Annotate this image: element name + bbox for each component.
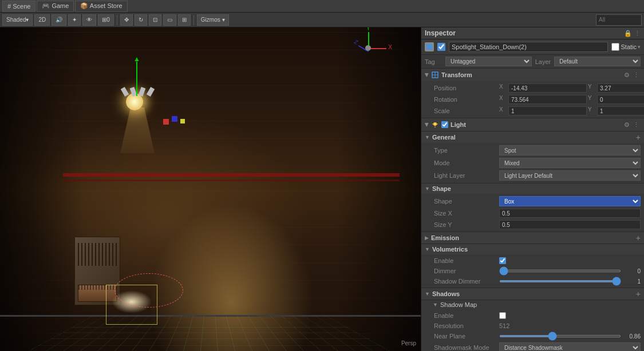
selection-circle [114, 273, 183, 308]
rotation-y-field[interactable] [597, 95, 644, 104]
near-plane-slider[interactable] [499, 335, 621, 337]
scale-x-field[interactable] [508, 106, 587, 115]
shadows-name: Shadows [432, 290, 460, 297]
light-layer-label: Light Layer [425, 172, 499, 179]
rotation-x-field[interactable] [508, 95, 587, 104]
audio-button[interactable]: 🔊 [52, 14, 66, 26]
static-dropdown-arrow[interactable]: ▾ [638, 44, 641, 50]
pos-x-label: X [499, 83, 507, 93]
emission-section-header[interactable]: ▶ Emission + [421, 232, 644, 244]
shadowmask-select[interactable]: Distance Shadowmask [499, 342, 641, 351]
shape-name: Shape [432, 185, 451, 192]
scene-view[interactable]: Persp [0, 27, 421, 351]
position-y-field[interactable] [597, 83, 644, 93]
move-tool[interactable]: ✥ [120, 14, 133, 26]
shading-button[interactable]: Shaded ▾ [2, 14, 33, 26]
shadow-map-name: Shadow Map [440, 301, 477, 308]
static-checkbox[interactable] [611, 43, 619, 51]
toolbar-separator [117, 15, 117, 25]
shadow-dimmer-slider[interactable] [499, 280, 621, 282]
scene-grid [29, 315, 392, 351]
light-layer-row: Light Layer Light Layer Default [425, 169, 641, 182]
general-add-btn[interactable]: + [636, 133, 641, 141]
rotate-tool[interactable]: ↻ [135, 14, 147, 26]
shadows-add-btn[interactable]: + [636, 290, 641, 298]
shadow-map-header[interactable]: ▼ Shadow Map [421, 300, 644, 309]
rot-x-label: X [499, 95, 507, 104]
transform-icon [431, 71, 439, 79]
emission-add-btn[interactable]: + [636, 234, 641, 242]
2d-button[interactable]: 2D [34, 14, 50, 26]
light-name: Light [451, 121, 621, 128]
tag-layer-row: Tag Untagged Layer Default [421, 55, 644, 69]
tab-asset-store[interactable]: 📦 Asset Store [75, 1, 127, 12]
toolbar-separator-2 [193, 15, 194, 25]
lock-icon[interactable]: 🔒 [624, 30, 632, 37]
size-x-row: Size X [425, 208, 641, 219]
effects-button[interactable]: ✦ [68, 14, 81, 26]
near-plane-label: Near Plane [425, 333, 499, 340]
inspector-icons: 🔒 ⋮ [624, 30, 641, 37]
dimmer-val: 0 [623, 268, 641, 274]
light-settings-btn[interactable]: ⚙ [623, 121, 631, 129]
transform-arrow: ▶ [424, 73, 430, 77]
object-name-field[interactable] [449, 42, 608, 52]
shadowmask-label: Shadowmask Mode [425, 344, 499, 351]
shape-arrow: ▼ [425, 186, 430, 192]
type-select[interactable]: Spot [499, 145, 641, 155]
hidden-button[interactable]: 👁 [82, 14, 96, 26]
general-section-header[interactable]: ▼ General + [421, 131, 644, 143]
search-input[interactable] [596, 14, 642, 26]
object-row: Static ▾ [421, 39, 644, 55]
position-x-field[interactable] [508, 83, 587, 93]
object-enabled-checkbox[interactable] [437, 43, 445, 51]
scale-row: Scale X Y Z [425, 105, 641, 117]
shadows-arrow: ▼ [425, 291, 430, 297]
gizmos-button[interactable]: Gizmos ▾ [197, 14, 229, 26]
size-y-field[interactable] [499, 220, 641, 229]
dimmer-slider[interactable] [499, 270, 621, 272]
light-arrow: ▶ [424, 123, 430, 127]
gizmo-x-axis [369, 48, 386, 49]
shape-section-header[interactable]: ▼ Shape [421, 183, 644, 194]
object-icon [425, 42, 434, 51]
mode-select[interactable]: Mixed [499, 158, 641, 168]
transform-tool[interactable]: ⊞ [178, 14, 191, 26]
light-blades [120, 87, 155, 96]
light-more-btn[interactable]: ⋮ [632, 121, 641, 129]
scale-tool[interactable]: ⊡ [149, 14, 161, 26]
cabinet-vent [78, 243, 117, 266]
scene-gizmo [352, 32, 386, 66]
layer-select[interactable]: Default [554, 57, 641, 66]
transform-properties: Position X Y Z Rotation X [421, 81, 644, 118]
vol-enable-row: Enable [425, 256, 641, 266]
rect-tool[interactable]: ▭ [163, 14, 176, 26]
transform-settings-btn[interactable]: ⚙ [623, 71, 631, 79]
scale-button[interactable]: ⊞ 0 [98, 14, 114, 26]
size-x-field[interactable] [499, 209, 641, 218]
tab-game[interactable]: 🎮 Game [37, 1, 74, 12]
volumetrics-enable-checkbox[interactable] [499, 257, 506, 264]
more-icon[interactable]: ⋮ [634, 30, 641, 37]
shadow-map-enable-checkbox[interactable] [499, 312, 506, 319]
tab-scene[interactable]: # Scene [2, 1, 35, 12]
light-header[interactable]: ▶ Light ⚙ ⋮ [421, 118, 644, 131]
scale-x-label: X [499, 106, 507, 115]
shape-select[interactable]: Box [499, 196, 641, 206]
shadows-section-header[interactable]: ▼ Shadows + [421, 288, 644, 300]
resolution-label: Resolution [425, 322, 499, 329]
tag-select[interactable]: Untagged [445, 57, 532, 66]
light-layer-select[interactable]: Light Layer Default [499, 170, 641, 181]
mode-label: Mode [425, 159, 499, 166]
scale-label: Scale [425, 107, 499, 114]
position-row: Position X Y Z [425, 82, 641, 94]
volumetrics-name: Volumetrics [432, 246, 468, 253]
volumetrics-section-header[interactable]: ▼ Volumetrics [421, 244, 644, 254]
scale-y-field[interactable] [597, 106, 644, 115]
transform-more-btn[interactable]: ⋮ [632, 71, 641, 79]
mode-row: Mode Mixed [425, 157, 641, 169]
pos-y-label: Y [588, 83, 596, 93]
transform-header[interactable]: ▶ Transform ⚙ ⋮ [421, 69, 644, 81]
light-enabled-checkbox[interactable] [441, 121, 448, 128]
sm-enable-row: Enable [425, 310, 641, 321]
